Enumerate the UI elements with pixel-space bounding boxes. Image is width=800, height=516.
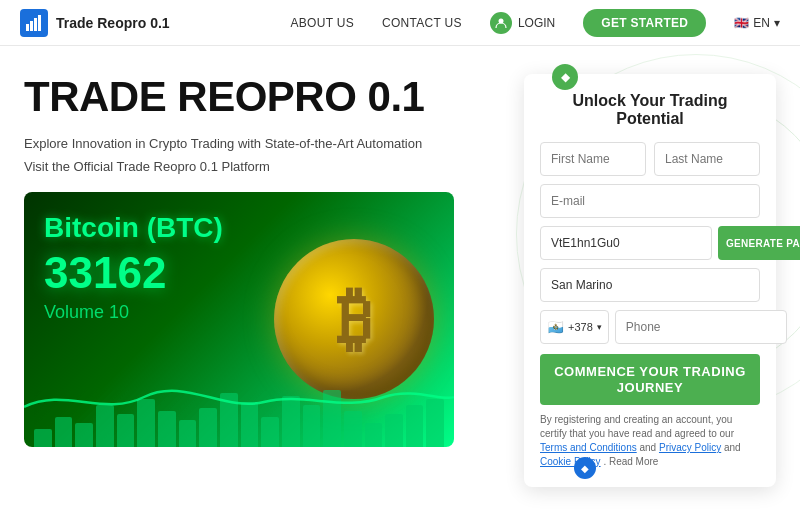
commence-button[interactable]: COMMENCE YOUR TRADING JOURNEY	[540, 354, 760, 405]
svg-rect-2	[34, 18, 37, 31]
left-side: TRADE REOPRO 0.1 Explore Innovation in C…	[24, 74, 504, 487]
lang-selector[interactable]: 🇬🇧 EN ▾	[734, 16, 780, 30]
terms-conditions-link[interactable]: Terms and Conditions	[540, 442, 637, 453]
logo-text: Trade Reopro 0.1	[56, 15, 170, 31]
btc-symbol: ₿	[337, 279, 372, 359]
chevron-down-icon: ▾	[774, 16, 780, 30]
terms-text: By registering and creating an account, …	[540, 413, 760, 469]
hero-image: Bitcoin (BTC) 33162 Volume 10 ₿	[24, 192, 454, 447]
login-button[interactable]: LOGIN	[490, 12, 555, 34]
email-row	[540, 184, 760, 218]
country-input[interactable]	[540, 268, 760, 302]
phone-flag-select[interactable]: 🇸🇲 +378 ▾	[540, 310, 609, 344]
terms-and2: and	[724, 442, 741, 453]
privacy-policy-link[interactable]: Privacy Policy	[659, 442, 721, 453]
last-name-input[interactable]	[654, 142, 760, 176]
form-title: Unlock Your Trading Potential	[540, 92, 760, 128]
phone-input[interactable]	[615, 310, 787, 344]
login-icon	[490, 12, 512, 34]
login-label: LOGIN	[518, 16, 555, 30]
svg-rect-3	[38, 15, 41, 31]
form-card: Unlock Your Trading Potential GENERATE P…	[524, 74, 776, 487]
flag-icon: 🇬🇧	[734, 16, 749, 30]
bitcoin-coin: ₿	[274, 239, 434, 399]
svg-rect-0	[26, 24, 29, 31]
page-title: TRADE REOPRO 0.1	[24, 74, 504, 120]
dropdown-arrow-icon: ▾	[597, 322, 602, 332]
subtitle-line-2: Visit the Official Trade Reopro 0.1 Plat…	[24, 157, 504, 178]
name-row	[540, 142, 760, 176]
terms-and1: and	[640, 442, 659, 453]
ethereum-icon-top: ◆	[552, 64, 578, 90]
generate-password-button[interactable]: GENERATE PASSWORDS	[718, 226, 800, 260]
subtitle-line-1: Explore Innovation in Crypto Trading wit…	[24, 134, 504, 155]
flag-san-marino: 🇸🇲	[547, 319, 564, 335]
logo-area: Trade Reopro 0.1	[20, 9, 170, 37]
logo-icon	[20, 9, 48, 37]
header: Trade Reopro 0.1 ABOUT US CONTACT US LOG…	[0, 0, 800, 46]
password-row: GENERATE PASSWORDS	[540, 226, 760, 260]
svg-rect-1	[30, 21, 33, 31]
phone-code: +378	[568, 321, 593, 333]
first-name-input[interactable]	[540, 142, 646, 176]
get-started-button[interactable]: GET STARTED	[583, 9, 706, 37]
read-more-link: . Read More	[603, 456, 658, 467]
nav-about[interactable]: ABOUT US	[290, 16, 354, 30]
nav-links: ABOUT US CONTACT US LOGIN GET STARTED 🇬🇧…	[290, 9, 780, 37]
nav-contact[interactable]: CONTACT US	[382, 16, 462, 30]
lang-label: EN	[753, 16, 770, 30]
right-side: ◆ Unlock Your Trading Potential GENERATE…	[524, 74, 776, 487]
terms-prefix: By registering and creating an account, …	[540, 414, 734, 439]
main-content: TRADE REOPRO 0.1 Explore Innovation in C…	[0, 46, 800, 487]
email-input[interactable]	[540, 184, 760, 218]
password-input[interactable]	[540, 226, 712, 260]
phone-row: 🇸🇲 +378 ▾	[540, 310, 760, 344]
